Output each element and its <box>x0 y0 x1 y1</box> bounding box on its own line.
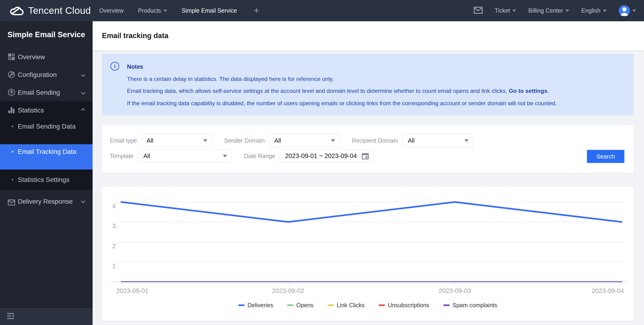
nav-billing-center[interactable]: Billing Center <box>528 7 569 14</box>
tencent-cloud-logo-icon <box>9 4 24 17</box>
chevron-down-icon <box>223 155 227 157</box>
stats-icon <box>8 106 16 114</box>
recipient-domain-label: Recipient Domain <box>349 134 398 147</box>
svg-text:2023-09-04: 2023-09-04 <box>592 287 624 294</box>
bullet-dot <box>12 151 13 152</box>
legend-item[interactable]: Deliveries <box>238 302 273 309</box>
sidebar-item-overview[interactable]: Overview <box>0 48 92 66</box>
sidebar-item-delivery-response[interactable]: Delivery Response <box>0 193 92 222</box>
top-navbar: Tencent Cloud Overview Products Simple E… <box>0 0 644 21</box>
legend-item[interactable]: Opens <box>287 302 314 309</box>
recipient-domain-select[interactable]: All <box>403 134 473 147</box>
chevron-up-icon <box>81 108 85 112</box>
sidebar: Simple Email Service Overview <box>0 21 92 325</box>
page: Tencent Cloud Overview Products Simple E… <box>0 0 644 325</box>
sender-domain-label: Sender Domain <box>224 134 265 147</box>
sidebar-collapse-button[interactable] <box>0 308 92 325</box>
line-chart: 12342023-09-012023-09-022023-09-032023-0… <box>102 187 634 321</box>
info-icon: i <box>110 62 119 70</box>
chevron-down-icon <box>566 10 569 12</box>
notes-line-1: There is a certain delay in statistics. … <box>127 76 334 82</box>
nav-tab-simple-email-service[interactable]: Simple Email Service <box>182 7 237 14</box>
notes-line-2: Email tracking data, which allows self-s… <box>127 88 549 94</box>
notes-banner: i Notes There is a certain delay in stat… <box>102 54 634 115</box>
legend-item[interactable]: Unsubscriptions <box>378 302 429 309</box>
add-tab-button[interactable]: + <box>254 6 259 16</box>
chevron-down-icon <box>603 10 606 12</box>
date-range-label: Date Range <box>233 150 275 162</box>
config-icon <box>8 70 16 78</box>
legend-marker-icon <box>378 304 385 306</box>
legend-label: Link Clicks <box>337 302 364 309</box>
sidebar-item-email-tracking-data[interactable]: Email Tracking Data <box>0 144 92 170</box>
date-range-input[interactable]: 2023-09-01 ~ 2023-09-04 <box>280 150 374 162</box>
legend-label: Deliveries <box>248 302 273 309</box>
svg-text:2023-09-03: 2023-09-03 <box>439 287 471 294</box>
svg-text:3: 3 <box>112 222 116 230</box>
email-type-label: Email type <box>102 134 137 147</box>
svg-text:2023-09-01: 2023-09-01 <box>116 287 148 294</box>
page-title: Email tracking data <box>102 32 168 40</box>
nav-overview[interactable]: Overview <box>99 7 124 14</box>
svg-text:4: 4 <box>112 203 116 210</box>
legend-marker-icon <box>328 304 334 306</box>
chevron-down-icon <box>81 199 85 203</box>
legend-item[interactable]: Spam complaints <box>443 302 498 309</box>
chevron-down-icon <box>632 10 636 12</box>
sidebar-title: Simple Email Service <box>8 30 85 39</box>
legend-label: Spam complaints <box>452 302 498 309</box>
chevron-down-icon <box>512 10 516 12</box>
email-type-select[interactable]: All <box>142 134 212 147</box>
svg-text:2023-09-02: 2023-09-02 <box>272 287 304 294</box>
chart-legend: DeliveriesOpensLink ClicksUnsubscription… <box>102 302 634 309</box>
content-header: Email tracking data <box>92 21 644 50</box>
grid-icon <box>8 53 16 61</box>
template-select[interactable]: All <box>138 150 232 162</box>
sidebar-item-configuration[interactable]: Configuration <box>0 66 92 84</box>
collapse-sidebar-icon <box>7 313 15 320</box>
legend-marker-icon <box>287 304 294 306</box>
legend-marker-icon <box>443 304 450 306</box>
mail-icon <box>8 198 16 206</box>
sidebar-item-email-sending[interactable]: Email Sending <box>0 84 92 101</box>
calendar-icon <box>361 152 369 160</box>
go-to-settings-link[interactable]: Go to settings <box>509 88 548 94</box>
notes-title: Notes <box>127 63 143 70</box>
mail-icon[interactable] <box>474 7 483 15</box>
chevron-down-icon <box>81 90 85 94</box>
sidebar-item-email-sending-data[interactable]: Email Sending Data <box>0 119 92 144</box>
chevron-down-icon <box>164 10 167 12</box>
chevron-down-icon <box>81 72 85 77</box>
svg-text:2: 2 <box>112 243 116 250</box>
legend-marker-icon <box>238 304 244 306</box>
filter-panel: Email type All Sender Domain All Recipie… <box>102 125 634 173</box>
nav-language[interactable]: English <box>581 7 606 14</box>
template-label: Template <box>102 150 134 162</box>
avatar <box>619 5 630 16</box>
notes-line-3: If the email tracking data capability is… <box>127 100 557 106</box>
sidebar-item-statistics-settings[interactable]: Statistics Settings <box>0 170 92 190</box>
svg-text:1: 1 <box>112 262 116 270</box>
chevron-down-icon <box>203 139 208 142</box>
sidebar-item-statistics[interactable]: Statistics <box>0 101 92 119</box>
chevron-down-icon <box>331 139 335 142</box>
search-button[interactable]: Search <box>587 150 624 163</box>
bullet-dot <box>12 126 13 127</box>
chevron-down-icon <box>464 139 468 142</box>
tracking-chart-card: 12342023-09-012023-09-022023-09-032023-0… <box>102 187 634 321</box>
sender-domain-select[interactable]: All <box>270 134 340 147</box>
sidebar-group-statistics: Statistics Email Sending Data Email Trac… <box>0 101 92 190</box>
nav-products[interactable]: Products <box>138 7 167 14</box>
bullet-dot <box>12 179 13 180</box>
legend-item[interactable]: Link Clicks <box>328 302 364 309</box>
legend-label: Unsubscriptions <box>388 302 429 309</box>
legend-label: Opens <box>296 302 314 309</box>
send-icon <box>8 88 16 96</box>
nav-ticket[interactable]: Ticket <box>495 7 516 14</box>
brand[interactable]: Tencent Cloud <box>0 4 94 17</box>
brand-name: Tencent Cloud <box>28 5 91 16</box>
account-menu[interactable] <box>619 5 636 16</box>
